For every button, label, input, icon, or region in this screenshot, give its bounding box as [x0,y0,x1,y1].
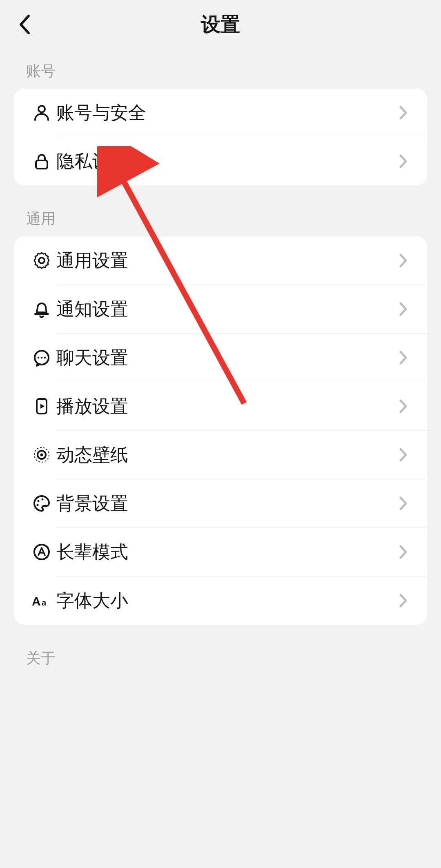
row-notification-settings[interactable]: 通知设置 [14,285,427,333]
back-button[interactable] [12,12,37,37]
row-account-security[interactable]: 账号与安全 [14,89,427,137]
svg-point-14 [42,499,44,501]
chevron-right-icon [395,399,412,413]
live-wallpaper-icon [29,446,54,464]
chevron-left-icon [18,14,31,35]
row-privacy-settings[interactable]: 隐私设置 [14,137,427,185]
svg-point-12 [40,454,43,456]
svg-text:A: A [32,594,41,608]
chevron-right-icon [395,448,412,462]
section-card-general: 通用设置 通知设置 聊天设置 [14,236,427,625]
svg-point-2 [39,258,45,263]
svg-point-16 [34,545,49,559]
row-label: 播放设置 [54,394,395,418]
svg-point-15 [37,504,39,506]
gear-icon [29,251,54,269]
section-header-account: 账号 [0,49,441,89]
chevron-right-icon [395,154,412,168]
row-general-settings[interactable]: 通用设置 [14,236,427,285]
row-label: 账号与安全 [54,101,395,125]
lock-icon [29,152,54,170]
row-chat-settings[interactable]: 聊天设置 [14,334,427,382]
row-label: 动态壁纸 [54,443,395,467]
svg-point-13 [38,500,40,502]
page-title: 设置 [201,11,240,38]
chevron-right-icon [395,496,412,510]
svg-rect-1 [36,160,47,169]
chevron-right-icon [395,106,412,120]
chevron-right-icon [395,254,412,267]
svg-text:a: a [42,598,47,607]
chevron-right-icon [395,594,412,608]
person-icon [29,104,54,122]
header: 设置 [0,0,441,49]
row-live-wallpaper[interactable]: 动态壁纸 [14,431,427,479]
section-card-account: 账号与安全 隐私设置 [14,89,427,185]
svg-marker-9 [40,404,45,409]
phone-play-icon [29,397,54,415]
chevron-right-icon [395,545,412,559]
svg-point-7 [44,357,46,359]
row-label: 字体大小 [54,589,395,613]
chat-ellipsis-icon [29,349,54,367]
chevron-right-icon [395,302,412,316]
svg-point-0 [38,106,45,112]
palette-icon [29,494,54,512]
row-label: 通用设置 [54,249,395,273]
row-label: 长辈模式 [54,540,395,564]
svg-point-5 [38,357,40,359]
bell-icon [29,300,54,318]
chevron-right-icon [395,351,412,365]
section-header-about: 关于 [0,625,441,676]
row-label: 背景设置 [54,492,395,516]
letter-a-circle-icon [29,543,54,561]
row-label: 隐私设置 [54,149,395,174]
section-header-general: 通用 [0,185,441,236]
row-label: 通知设置 [54,297,395,321]
svg-point-6 [41,357,43,359]
font-size-icon: A a [29,592,54,610]
row-font-size[interactable]: A a 字体大小 [14,576,427,625]
row-label: 聊天设置 [54,346,395,370]
row-background-settings[interactable]: 背景设置 [14,479,427,527]
row-playback-settings[interactable]: 播放设置 [14,382,427,430]
row-elder-mode[interactable]: 长辈模式 [14,528,427,576]
